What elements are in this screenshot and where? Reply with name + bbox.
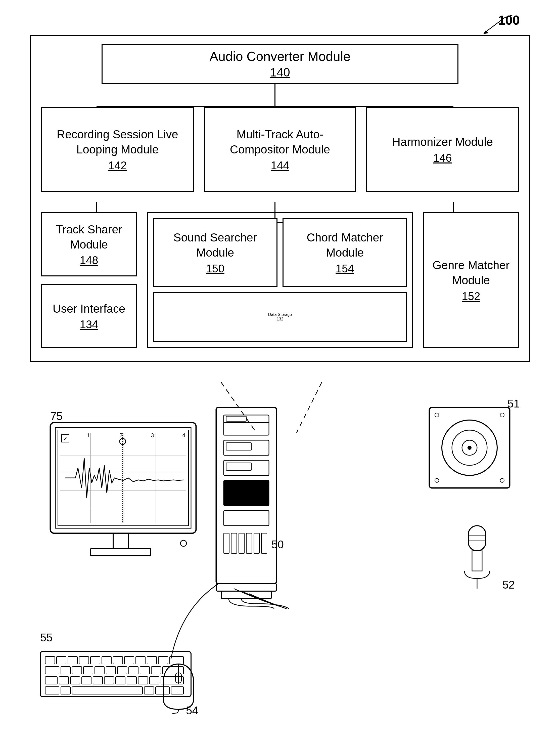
user-interface-module: User Interface 134 bbox=[41, 284, 137, 348]
svg-rect-57 bbox=[221, 591, 271, 599]
svg-point-64 bbox=[500, 413, 504, 417]
svg-rect-100 bbox=[93, 677, 102, 684]
module-row1: Recording Session Live Looping Module 14… bbox=[41, 107, 519, 192]
svg-rect-50 bbox=[224, 533, 229, 553]
svg-rect-76 bbox=[79, 657, 89, 664]
svg-rect-85 bbox=[45, 667, 59, 674]
svg-rect-49 bbox=[224, 511, 269, 526]
right-column: Genre Matcher Module 152 bbox=[423, 212, 519, 348]
svg-rect-39 bbox=[90, 548, 151, 556]
svg-point-40 bbox=[180, 540, 186, 546]
svg-rect-75 bbox=[68, 657, 77, 664]
svg-rect-88 bbox=[83, 667, 93, 674]
svg-rect-82 bbox=[147, 657, 157, 664]
recording-session-title: Recording Session Live Looping Module bbox=[47, 127, 188, 157]
svg-rect-86 bbox=[61, 667, 70, 674]
svg-rect-73 bbox=[45, 657, 55, 664]
svg-rect-92 bbox=[129, 667, 138, 674]
svg-point-63 bbox=[435, 413, 439, 417]
svg-rect-43 bbox=[226, 416, 246, 421]
svg-rect-70 bbox=[472, 551, 482, 571]
svg-text:2: 2 bbox=[119, 432, 123, 439]
svg-point-62 bbox=[468, 446, 472, 450]
track-sharer-title: Track Sharer Module bbox=[47, 222, 131, 252]
chord-matcher-ref: 154 bbox=[335, 262, 354, 275]
svg-rect-53 bbox=[246, 533, 252, 553]
sound-searcher-title: Sound Searcher Module bbox=[159, 230, 271, 260]
svg-text:3: 3 bbox=[151, 432, 154, 439]
harmonizer-ref: 146 bbox=[433, 152, 452, 164]
svg-rect-101 bbox=[104, 677, 114, 684]
svg-rect-48 bbox=[224, 480, 269, 506]
svg-rect-74 bbox=[57, 657, 66, 664]
sound-searcher-ref: 150 bbox=[206, 262, 224, 275]
svg-rect-102 bbox=[115, 677, 125, 684]
mic-ref-label: 52 bbox=[502, 579, 515, 591]
svg-rect-108 bbox=[61, 687, 70, 694]
chord-matcher-module: Chord Matcher Module 154 bbox=[283, 218, 407, 287]
server-tower-svg bbox=[201, 402, 292, 609]
svg-rect-91 bbox=[117, 667, 127, 674]
svg-rect-54 bbox=[254, 533, 259, 553]
module-row2: Track Sharer Module 148 User Interface 1… bbox=[41, 212, 519, 348]
svg-rect-81 bbox=[136, 657, 145, 664]
multitrack-title: Multi-Track Auto-Compositor Module bbox=[210, 127, 350, 157]
audio-converter-ref: 140 bbox=[270, 65, 290, 79]
audio-converter-box: Audio Converter Module 140 bbox=[101, 44, 459, 84]
svg-rect-110 bbox=[144, 687, 154, 694]
genre-matcher-module: Genre Matcher Module 152 bbox=[423, 212, 519, 348]
genre-matcher-ref: 152 bbox=[462, 290, 480, 302]
svg-rect-96 bbox=[45, 677, 57, 684]
svg-rect-52 bbox=[239, 533, 244, 553]
svg-rect-93 bbox=[140, 667, 150, 674]
sound-searcher-module: Sound Searcher Module 150 bbox=[153, 218, 277, 287]
audio-converter-title: Audio Converter Module bbox=[210, 49, 351, 64]
svg-rect-45 bbox=[226, 443, 251, 450]
middle-section: Sound Searcher Module 150 Chord Matcher … bbox=[147, 212, 413, 348]
user-interface-ref: 134 bbox=[80, 318, 98, 331]
svg-rect-79 bbox=[113, 657, 123, 664]
genre-matcher-title: Genre Matcher Module bbox=[429, 258, 513, 288]
svg-rect-67 bbox=[468, 526, 486, 551]
main-diagram-box: Audio Converter Module 140 Recording Ses… bbox=[30, 35, 530, 362]
harmonizer-title: Harmonizer Module bbox=[392, 135, 493, 150]
user-interface-title: User Interface bbox=[53, 301, 126, 317]
track-sharer-ref: 148 bbox=[80, 254, 98, 267]
svg-rect-90 bbox=[106, 667, 115, 674]
svg-rect-80 bbox=[125, 657, 134, 664]
svg-rect-98 bbox=[70, 677, 80, 684]
mic-svg bbox=[455, 523, 500, 594]
svg-text:✓: ✓ bbox=[63, 435, 68, 442]
recording-session-ref: 142 bbox=[108, 159, 127, 172]
svg-rect-104 bbox=[138, 677, 148, 684]
speaker-svg bbox=[424, 402, 515, 503]
svg-point-65 bbox=[435, 478, 439, 482]
speaker-ref-label: 51 bbox=[507, 397, 520, 410]
left-column: Track Sharer Module 148 User Interface 1… bbox=[41, 212, 137, 348]
harmonizer-module: Harmonizer Module 146 bbox=[366, 107, 519, 192]
svg-rect-78 bbox=[102, 657, 111, 664]
hardware-section: 75 1 2 2 3 4 bbox=[30, 382, 530, 724]
svg-rect-47 bbox=[226, 463, 251, 470]
svg-rect-89 bbox=[95, 667, 104, 674]
svg-rect-87 bbox=[72, 667, 82, 674]
multitrack-module: Multi-Track Auto-Compositor Module 144 bbox=[204, 107, 356, 192]
data-storage-module: Data Storage 132 bbox=[153, 292, 407, 342]
svg-rect-51 bbox=[231, 533, 237, 553]
monitor-svg: 1 2 2 3 4 ✓ bbox=[45, 417, 206, 589]
svg-rect-55 bbox=[261, 533, 267, 553]
svg-rect-38 bbox=[113, 533, 128, 548]
svg-text:4: 4 bbox=[182, 432, 185, 439]
svg-rect-105 bbox=[150, 677, 159, 684]
middle-top-row: Sound Searcher Module 150 Chord Matcher … bbox=[153, 218, 407, 287]
svg-rect-56 bbox=[216, 584, 276, 591]
mouse-ref-label: 54 bbox=[186, 704, 198, 717]
server-ref-label: 50 bbox=[271, 538, 284, 551]
svg-rect-103 bbox=[127, 677, 137, 684]
svg-rect-97 bbox=[59, 677, 69, 684]
recording-session-module: Recording Session Live Looping Module 14… bbox=[41, 107, 194, 192]
data-storage-title: Data Storage bbox=[268, 313, 292, 317]
svg-rect-109 bbox=[72, 687, 143, 694]
svg-text:1: 1 bbox=[87, 432, 90, 439]
page-container: 100 bbox=[0, 0, 560, 741]
